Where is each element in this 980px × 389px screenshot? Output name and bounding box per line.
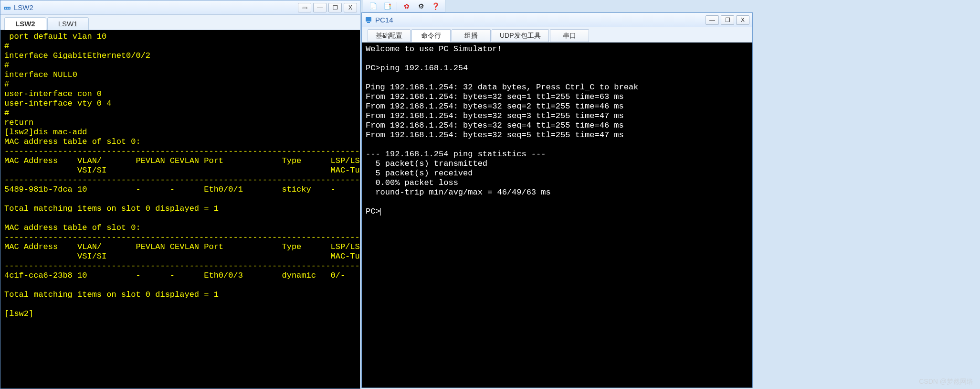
device-tabs: LSW2LSW1	[0, 15, 360, 30]
restore-button[interactable]: ❐	[721, 15, 734, 25]
window-pc14: PC14 — ❐ X 基础配置命令行组播UDP发包工具串口 Welcome to…	[361, 12, 753, 388]
text-cursor	[380, 208, 381, 216]
toolbar-separator	[397, 2, 397, 11]
app-icon	[365, 16, 372, 24]
svg-rect-3	[9, 8, 10, 9]
help-icon[interactable]: ❓	[430, 1, 441, 11]
watermark: CSDN @梦然网络	[919, 378, 973, 386]
sub-tab[interactable]: 串口	[550, 29, 589, 42]
svg-rect-5	[367, 22, 370, 23]
app-icon	[3, 4, 11, 11]
sub-tab[interactable]: 基础配置	[368, 29, 411, 42]
window-title: PC14	[375, 16, 706, 24]
tab-lsw2[interactable]: LSW2	[4, 17, 46, 30]
doc-icon[interactable]: 📄	[367, 1, 379, 11]
window-title: LSW2	[14, 3, 298, 11]
close-button[interactable]: X	[736, 15, 749, 25]
sub-tab[interactable]: 命令行	[411, 29, 451, 42]
window-lsw2: LSW2 ▭ — ❐ X LSW2LSW1 port default vlan …	[0, 0, 360, 389]
titlebar-lsw2[interactable]: LSW2 ▭ — ❐ X	[0, 0, 360, 15]
window-buttons: ▭ — ❐ X	[298, 3, 357, 12]
menu-button[interactable]: ▭	[298, 3, 311, 12]
terminal-pc14[interactable]: Welcome to use PC Simulator! PC>ping 192…	[362, 43, 752, 388]
titlebar-pc14[interactable]: PC14 — ❐ X	[362, 13, 752, 27]
terminal-lsw2[interactable]: port default vlan 10 # interface Gigabit…	[0, 30, 360, 389]
tab-lsw1[interactable]: LSW1	[47, 17, 89, 30]
flower-icon[interactable]: ✿	[401, 1, 412, 11]
svg-rect-1	[5, 8, 6, 9]
minimize-button[interactable]: —	[313, 3, 327, 12]
gear-icon[interactable]: ⚙	[415, 1, 427, 11]
app-toolbar: 📄 📑 ✿ ⚙ ❓	[363, 0, 445, 12]
svg-rect-4	[366, 17, 371, 22]
window-buttons: — ❐ X	[706, 15, 749, 25]
doc-pair-icon[interactable]: 📑	[381, 1, 393, 11]
pc-sub-tabs: 基础配置命令行组播UDP发包工具串口	[362, 27, 752, 43]
svg-rect-2	[7, 8, 8, 9]
close-button[interactable]: X	[344, 3, 357, 12]
restore-button[interactable]: ❐	[328, 3, 342, 12]
minimize-button[interactable]: —	[706, 15, 719, 25]
sub-tab[interactable]: UDP发包工具	[492, 29, 549, 42]
sub-tab[interactable]: 组播	[452, 29, 491, 42]
